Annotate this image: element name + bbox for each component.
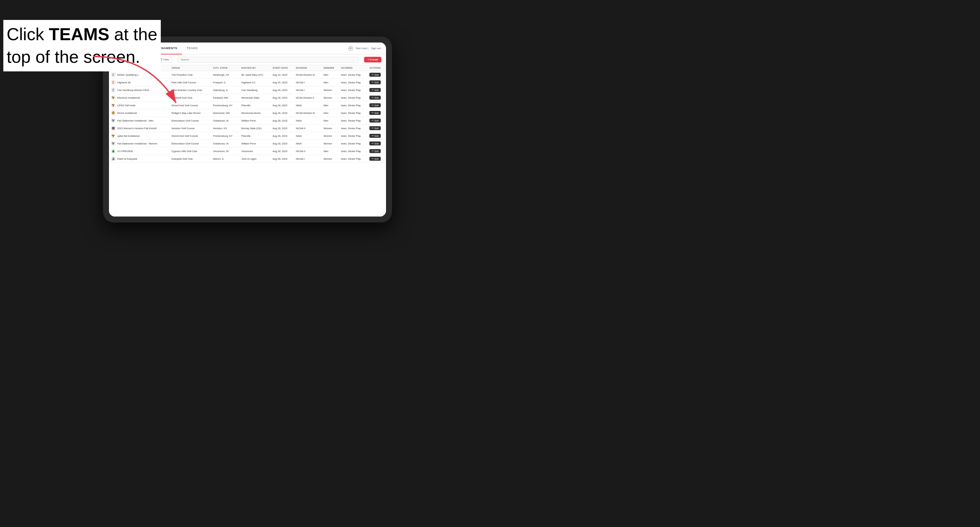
event-name-cell: 🐊 Klash at Kokopelli	[111, 156, 167, 161]
edit-button[interactable]: ✏ Edit	[369, 103, 381, 107]
edit-button[interactable]: ✏ Edit	[369, 149, 381, 153]
team-icon: 🦅	[111, 133, 116, 138]
cell-division: NAIA	[294, 117, 321, 125]
edit-button[interactable]: ✏ Edit	[369, 134, 381, 138]
cell-gender: Men	[321, 148, 339, 155]
cell-division: NCAA Division III	[294, 71, 321, 79]
cell-scoring: team, Stroke Play	[339, 132, 368, 140]
col-hosted-by: HOSTED BY	[240, 65, 271, 71]
cell-gender: Men	[321, 109, 339, 117]
edit-button[interactable]: ✏ Edit	[369, 96, 381, 100]
cell-hosted-by: Pikeville	[240, 102, 271, 109]
edit-button[interactable]: ✏ Edit	[369, 73, 381, 77]
cell-division: NCAA Division III	[294, 109, 321, 117]
cell-scoring: team, Stroke Play	[339, 148, 368, 155]
cell-event-name: 🌲 VU PREVIEW	[109, 148, 169, 155]
cell-gender: Women	[321, 94, 339, 102]
cell-actions: ✏ Edit	[368, 71, 386, 79]
cell-venue: Cypress Hills Golf Club	[169, 148, 211, 155]
col-start-date: START DATE	[270, 65, 294, 71]
cell-start-date: Aug 25, 2023	[270, 79, 294, 86]
edit-icon: ✏	[372, 150, 374, 152]
cell-actions: ✏ Edit	[368, 132, 386, 140]
cell-hosted-by: Minnesota State	[240, 94, 271, 102]
edit-icon: ✏	[372, 73, 374, 76]
cell-division: NICAA I	[294, 79, 321, 86]
cell-event-name: 🦅 Fall Statesmen Invitational - Women	[109, 140, 169, 148]
edit-button[interactable]: ✏ Edit	[369, 157, 381, 161]
cell-division: NAIA	[294, 102, 321, 109]
cell-start-date: Aug 28, 2023	[270, 148, 294, 155]
cell-scoring: team, Stroke Play	[339, 79, 368, 86]
edit-button[interactable]: ✏ Edit	[369, 88, 381, 92]
cell-hosted-by: Mt. Saint Mary (NY)	[240, 71, 271, 79]
event-name-text: upike fall invitational	[117, 135, 140, 138]
cell-actions: ✏ Edit	[368, 148, 386, 155]
cell-gender: Men	[321, 117, 339, 125]
signout-link[interactable]: Sign out	[371, 47, 381, 50]
cell-actions: ✏ Edit	[368, 102, 386, 109]
edit-button[interactable]: ✏ Edit	[369, 119, 381, 122]
cell-scoring: team, Stroke Play	[339, 109, 368, 117]
cell-actions: ✏ Edit	[368, 125, 386, 132]
cell-gender: Women	[321, 132, 339, 140]
cell-division: NICAA I	[294, 155, 321, 163]
table-row: 🌲 VU PREVIEW Cypress Hills Golf Club Vin…	[109, 148, 386, 155]
edit-button[interactable]: ✏ Edit	[369, 126, 381, 130]
cell-start-date: Aug 28, 2023	[270, 125, 294, 132]
cell-city-state: Vincennes, IN	[211, 148, 239, 155]
cell-start-date: Aug 28, 2023	[270, 102, 294, 109]
cell-gender: Women	[321, 125, 339, 132]
edit-icon: ✏	[372, 89, 374, 91]
header-right: ⚙ Test User | Sign out	[348, 46, 381, 51]
edit-icon: ✏	[372, 127, 374, 130]
cell-event-name: 🦅 upike fall invitational	[109, 132, 169, 140]
cell-division: NAIA	[294, 140, 321, 148]
cell-start-date: Aug 28, 2023	[270, 94, 294, 102]
cell-scoring: team, Stroke Play	[339, 71, 368, 79]
cell-gender: Women	[321, 155, 339, 163]
cell-scoring: team, Stroke Play	[339, 140, 368, 148]
teams-bold: TEAMS	[49, 25, 109, 44]
cell-venue: Edmundson Golf Course	[169, 140, 211, 148]
cell-hosted-by: Carl Sandburg	[240, 86, 271, 94]
cell-gender: Men	[321, 79, 339, 86]
cell-hosted-by: Pikeville	[240, 132, 271, 140]
event-name-text: VU PREVIEW	[117, 150, 133, 153]
cell-city-state: Prestonsburg, KY	[211, 132, 239, 140]
cell-division: NAIA	[294, 132, 321, 140]
cell-venue: StoneCrest Golf Course	[169, 132, 211, 140]
edit-button[interactable]: ✏ Edit	[369, 111, 381, 115]
edit-button[interactable]: ✏ Edit	[369, 80, 381, 84]
cell-division: NICAA II	[294, 125, 321, 132]
cell-event-name: 🐊 Klash at Kokopelli	[109, 155, 169, 163]
event-name-cell: 🦅 upike fall invitational	[111, 133, 167, 138]
gear-icon[interactable]: ⚙	[348, 46, 353, 51]
cell-scoring: team, Stroke Play	[339, 102, 368, 109]
table-row: 🐊 Klash at Kokopelli Kokopelli Golf Club…	[109, 155, 386, 163]
arrow-graphic	[83, 50, 232, 133]
cell-scoring: team, Stroke Play	[339, 117, 368, 125]
cell-start-date: Aug 26, 2023	[270, 86, 294, 94]
edit-icon: ✏	[372, 135, 374, 137]
cell-division: NICAA II	[294, 148, 321, 155]
cell-division: NCAA Division II	[294, 94, 321, 102]
cell-city-state: Oskaloosa, IA	[211, 140, 239, 148]
team-icon: 🐊	[111, 156, 116, 161]
edit-button[interactable]: ✏ Edit	[369, 141, 381, 146]
team-icon: 🌲	[111, 149, 116, 153]
cell-actions: ✏ Edit	[368, 155, 386, 163]
cell-actions: ✏ Edit	[368, 109, 386, 117]
edit-icon: ✏	[372, 142, 374, 145]
table-row: 🦅 Fall Statesmen Invitational - Women Ed…	[109, 140, 386, 148]
cell-actions: ✏ Edit	[368, 140, 386, 148]
edit-icon: ✏	[372, 96, 374, 99]
col-actions: ACTIONS	[368, 65, 386, 71]
cell-start-date: Aug 28, 2023	[270, 140, 294, 148]
col-scoring: SCORING	[339, 65, 368, 71]
create-button[interactable]: + Create	[364, 57, 381, 62]
edit-icon: ✏	[372, 119, 374, 122]
cell-hosted-by: William Penn	[240, 117, 271, 125]
cell-hosted-by: Murray State (OK)	[240, 125, 271, 132]
col-gender: GENDER	[321, 65, 339, 71]
